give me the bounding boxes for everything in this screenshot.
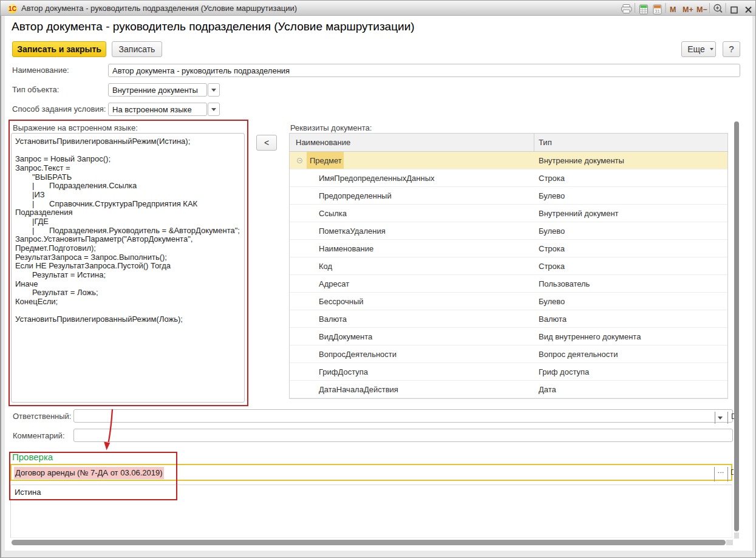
svg-text:31: 31 (655, 9, 659, 14)
svg-text:M+: M+ (683, 5, 693, 14)
svg-text:M: M (670, 5, 676, 14)
svg-text:M−: M− (696, 5, 707, 14)
